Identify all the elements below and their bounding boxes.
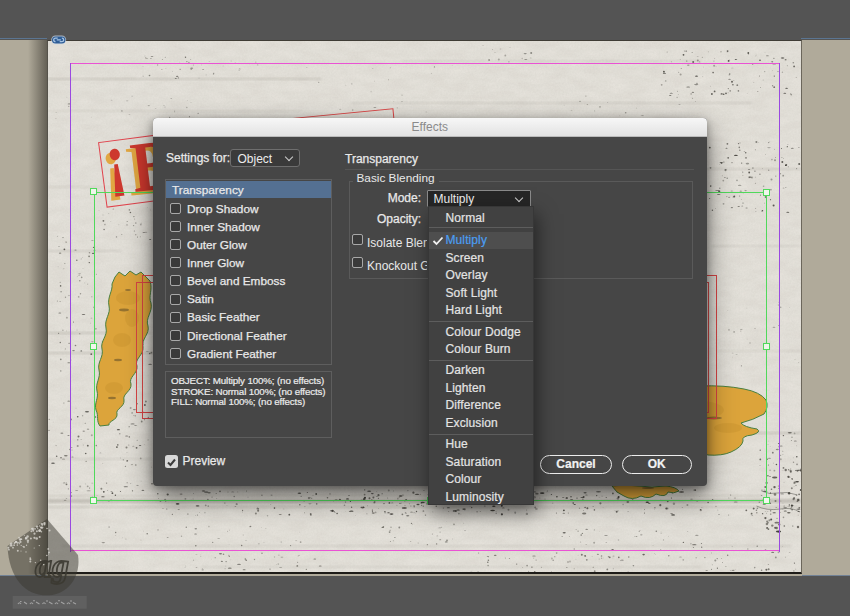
svg-text:ag: ag [35, 547, 69, 584]
